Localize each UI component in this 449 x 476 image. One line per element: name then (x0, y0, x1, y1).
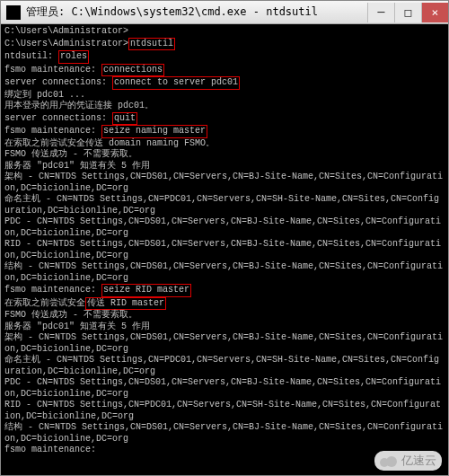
term-line: 架构 - CN=NTDS Settings,CN=DS01,CN=Servers… (4, 172, 443, 193)
cmd-window: 管理员: C:\Windows\system32\cmd.exe - ntdsu… (0, 0, 449, 476)
cmd-icon (6, 5, 21, 20)
term-line: server connections: quit (4, 113, 137, 123)
term-line: 结构 - CN=NTDS Settings,CN=DS01,CN=Servers… (4, 261, 443, 283)
hl-transfer-rid: 传送 RID master (85, 297, 166, 311)
term-line: 服务器 "pdc01" 知道有关 5 作用 (4, 322, 150, 331)
hl-connect-server: connect to server pdc01 (112, 76, 240, 90)
term-line: FSMO 传送成功 - 不需要索取。 (4, 149, 137, 159)
term-line: fsmo maintenance: seize RID master (4, 285, 191, 295)
window-title: 管理员: C:\Windows\system32\cmd.exe - ntdsu… (26, 4, 367, 20)
term-line: PDC - CN=NTDS Settings,CN=DS01,CN=Server… (4, 377, 441, 399)
term-line: ntdsutil: roles (4, 51, 89, 61)
term-line: fsmo maintenance: seize naming master (4, 126, 207, 136)
term-line: 绑定到 pdc01 ... (4, 90, 85, 100)
hl-ntdsutil: ntdsutil (128, 38, 175, 51)
close-button[interactable]: × (421, 3, 448, 22)
minimize-button[interactable]: ─ (367, 3, 394, 22)
term-line: 命名主机 - CN=NTDS Settings,CN=PDC01,CN=Serv… (4, 355, 439, 376)
term-line: C:\Users\Administrator> (4, 26, 128, 36)
watermark: 亿速云 (374, 451, 442, 471)
term-line: RID - CN=NTDS Settings,CN=PDC01,CN=Serve… (4, 400, 441, 421)
term-line: 架构 - CN=NTDS Settings,CN=DS01,CN=Servers… (4, 332, 443, 354)
window-controls: ─ □ × (367, 3, 448, 22)
term-line: 命名主机 - CN=NTDS Settings,CN=PDC01,CN=Serv… (4, 194, 439, 216)
watermark-text: 亿速云 (401, 453, 436, 469)
term-line: 在索取之前尝试安全传送 RID master (4, 298, 166, 308)
titlebar[interactable]: 管理员: C:\Windows\system32\cmd.exe - ntdsu… (1, 1, 448, 24)
term-line: PDC - CN=NTDS Settings,CN=DS01,CN=Server… (4, 216, 441, 238)
hl-roles: roles (58, 50, 89, 64)
hl-connections: connections (101, 64, 164, 77)
term-line: fsmo maintenance: connections (4, 65, 164, 75)
term-line: 结构 - CN=NTDS Settings,CN=DS01,CN=Servers… (4, 422, 443, 444)
term-line: FSMO 传送成功 - 不需要索取。 (4, 310, 137, 320)
term-line: server connections: connect to server pd… (4, 77, 240, 87)
terminal-output[interactable]: C:\Users\Administrator> C:\Users\Adminis… (1, 24, 448, 475)
hl-quit: quit (112, 112, 137, 126)
cloud-icon (380, 454, 398, 467)
term-line: 服务器 "pdc01" 知道有关 5 作用 (4, 161, 150, 171)
term-line: RID - CN=NTDS Settings,CN=DS01,CN=Server… (4, 239, 441, 260)
maximize-button[interactable]: □ (394, 3, 421, 22)
term-line: fsmo maintenance: (4, 445, 96, 454)
term-line: 在索取之前尝试安全传送 domain naming FSMO。 (4, 138, 215, 148)
hl-seize-rid: seize RID master (101, 284, 191, 297)
term-line: C:\Users\Administrator>ntdsutil (4, 39, 175, 48)
hl-seize-naming: seize naming master (101, 125, 207, 138)
term-line: 用本登录的用户的凭证连接 pdc01。 (4, 101, 154, 110)
